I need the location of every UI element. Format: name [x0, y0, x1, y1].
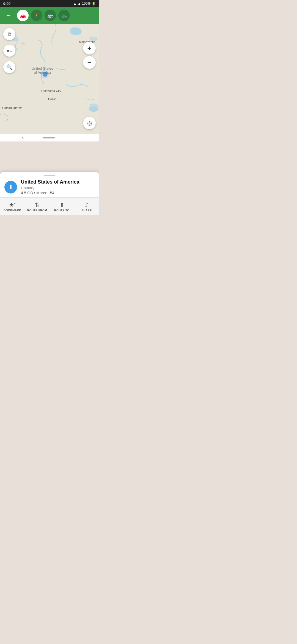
location-dot: [43, 72, 48, 77]
download-icon[interactable]: ⬇: [4, 181, 17, 193]
share-button[interactable]: ⤴ SHARE: [77, 201, 97, 213]
route-to-icon: ⬆: [60, 201, 64, 208]
share-icon: ⤴: [85, 202, 88, 208]
zoom-out-button[interactable]: −: [83, 56, 96, 69]
layers-button[interactable]: ⧉: [3, 28, 15, 40]
wifi-icon: ▲: [73, 2, 77, 6]
location-meta: 4.5 GB • Maps: 154: [21, 191, 79, 195]
location-title: United States of America: [21, 179, 79, 185]
transport-tab-car[interactable]: 🚗: [17, 10, 29, 21]
signal-icon: ▲: [78, 2, 81, 6]
battery-icon: 🔋: [92, 2, 96, 6]
transport-tab-walk[interactable]: 🚶: [31, 10, 42, 21]
locate-icon: ◎: [87, 120, 92, 126]
transport-tab-transit[interactable]: 🚌: [45, 10, 56, 21]
search-icon: 🔍: [6, 64, 12, 70]
route-to-label: ROUTE TO: [54, 209, 69, 212]
layers-icon: ⧉: [8, 31, 11, 37]
route-to-button[interactable]: ⬆ ROUTE TO: [52, 200, 72, 213]
size-label: 4.5 GB: [21, 191, 33, 195]
bike-icon: 🚲: [61, 12, 67, 18]
bookmark-button[interactable]: ★+ BOOKMARK: [2, 200, 22, 213]
bottom-sheet: ⬇ United States of America Country 4.5 G…: [0, 172, 99, 215]
route-from-icon: ⇅: [35, 201, 40, 208]
route-from-button[interactable]: ⇅ ROUTE FROM: [27, 200, 47, 213]
dot-separator: •: [34, 191, 35, 195]
bookmark-label: BOOKMARK: [4, 209, 21, 212]
locate-button[interactable]: ◎: [83, 117, 96, 129]
maps-count: Maps: 154: [36, 191, 54, 195]
plus-icon: +: [87, 44, 91, 53]
transit-icon: 🚌: [47, 12, 53, 18]
search-button[interactable]: 🔍: [3, 61, 15, 73]
bookmarks-button[interactable]: ★≡: [3, 45, 15, 57]
sheet-info: United States of America Country 4.5 GB …: [21, 179, 79, 195]
top-nav-bar: ← 🚗 🚶 🚌 🚲: [0, 7, 99, 24]
map-svg: [0, 24, 99, 134]
svg-point-2: [89, 37, 98, 41]
sheet-handle: [44, 175, 55, 176]
status-bar: 9:00 ▲ ▲ 100% 🔋: [0, 0, 99, 7]
sheet-content: ⬇ United States of America Country 4.5 G…: [0, 178, 99, 197]
bookmarks-icon: ★≡: [6, 48, 12, 53]
bottom-actions: ★+ BOOKMARK ⇅ ROUTE FROM ⬆ ROUTE TO ⤴ SH…: [0, 197, 99, 215]
status-icons: ▲ ▲ 100% 🔋: [73, 2, 96, 6]
battery-label: 100%: [82, 2, 90, 6]
back-button[interactable]: ←: [4, 11, 13, 20]
walk-icon: 🚶: [34, 12, 40, 18]
location-subtitle: Country: [21, 186, 79, 190]
zoom-in-button[interactable]: +: [83, 42, 96, 54]
transport-tab-bike[interactable]: 🚲: [58, 10, 70, 21]
download-arrow-icon: ⬇: [8, 184, 13, 191]
transport-tabs: 🚗 🚶 🚌 🚲: [17, 10, 70, 21]
share-label: SHARE: [81, 209, 92, 212]
svg-point-4: [21, 42, 26, 45]
bookmark-icon: ★+: [9, 201, 15, 208]
car-icon: 🚗: [20, 12, 26, 18]
minus-icon: −: [87, 58, 91, 67]
system-nav-bar: <: [0, 134, 99, 141]
map-area[interactable]: United Statesof America Minneapolis Okla…: [0, 24, 99, 134]
home-pill[interactable]: [43, 137, 55, 138]
back-chevron-icon[interactable]: <: [22, 135, 24, 140]
route-from-label: ROUTE FROM: [27, 209, 47, 212]
status-time: 9:00: [3, 2, 10, 6]
